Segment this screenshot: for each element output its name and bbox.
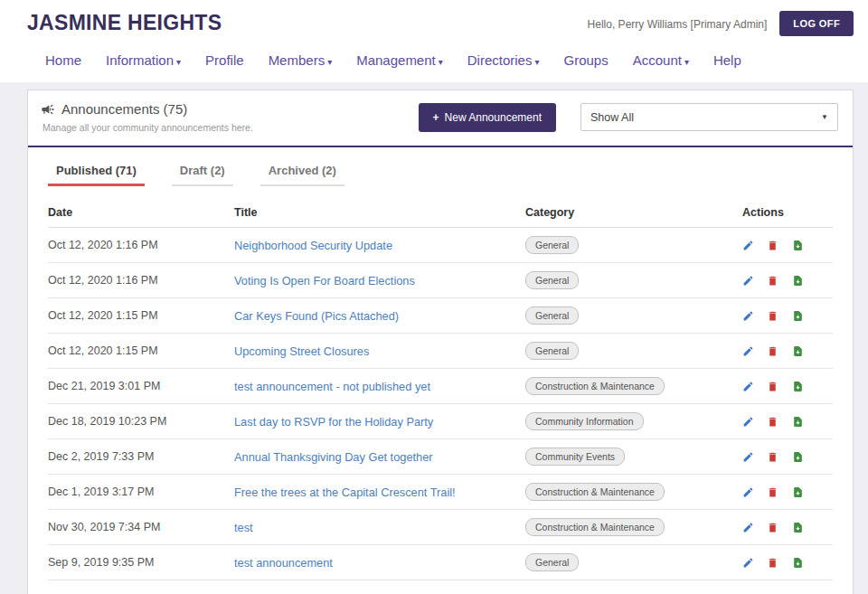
edit-icon[interactable] bbox=[742, 451, 754, 463]
chevron-down-icon: ▾ bbox=[176, 57, 181, 67]
table-header-row: Date Title Category Actions bbox=[48, 199, 833, 228]
filter-selected-value: Show All bbox=[590, 111, 821, 124]
nav-item-account[interactable]: Account▾ bbox=[633, 52, 689, 68]
tab-archived[interactable]: Archived (2) bbox=[260, 164, 344, 186]
nav-item-members[interactable]: Members▾ bbox=[269, 52, 333, 68]
category-badge: Community Events bbox=[525, 448, 625, 466]
chevron-down-icon: ▾ bbox=[684, 57, 689, 67]
delete-icon[interactable] bbox=[767, 240, 778, 251]
category-badge: General bbox=[525, 271, 579, 289]
category-badge: General bbox=[525, 342, 579, 360]
announcement-date: Nov 30, 2019 7:34 PM bbox=[48, 510, 234, 545]
nav-item-information[interactable]: Information▾ bbox=[106, 52, 181, 68]
table-row: Dec 21, 2019 3:01 PM test announcement -… bbox=[48, 369, 833, 404]
table-row: Dec 18, 2019 10:23 PM Last day to RSVP f… bbox=[48, 404, 833, 439]
announcement-title-link[interactable]: Neighborhood Security Update bbox=[234, 239, 392, 252]
delete-icon[interactable] bbox=[767, 557, 778, 569]
delete-icon[interactable] bbox=[767, 522, 778, 533]
announcement-title-link[interactable]: Car Keys Found (Pics Attached) bbox=[234, 309, 399, 323]
category-badge: Construction & Maintenance bbox=[525, 518, 665, 536]
nav-item-label: Groups bbox=[563, 52, 608, 68]
announcement-date: Oct 12, 2020 1:15 PM bbox=[48, 298, 234, 334]
nav-item-label: Management bbox=[356, 52, 436, 68]
nav-item-label: Members bbox=[269, 52, 326, 68]
delete-icon[interactable] bbox=[767, 310, 778, 322]
nav-item-help[interactable]: Help bbox=[713, 52, 741, 68]
announcement-date: Sep 9, 2019 9:35 PM bbox=[48, 545, 234, 580]
file-download-icon[interactable] bbox=[792, 522, 804, 533]
nav-item-label: Home bbox=[45, 52, 81, 68]
delete-icon[interactable] bbox=[767, 345, 778, 357]
announcement-title-link[interactable]: Free the trees at the Capital Crescent T… bbox=[234, 486, 456, 499]
announcement-title-link[interactable]: test announcement - not published yet bbox=[234, 380, 430, 393]
nav-item-label: Directories bbox=[467, 52, 533, 68]
announcement-title-link[interactable]: Voting Is Open For Board Elections bbox=[234, 274, 415, 288]
announcement-title-link[interactable]: test bbox=[234, 521, 253, 534]
chevron-down-icon: ▾ bbox=[439, 57, 443, 67]
tab-draft[interactable]: Draft (2) bbox=[172, 164, 233, 186]
category-badge: General bbox=[525, 306, 579, 325]
edit-icon[interactable] bbox=[742, 240, 754, 251]
filter-select[interactable]: Show All ▼ bbox=[580, 103, 838, 131]
new-announcement-button[interactable]: +New Announcement bbox=[419, 103, 556, 132]
file-download-icon[interactable] bbox=[792, 557, 804, 569]
nav-item-label: Account bbox=[633, 52, 682, 68]
file-download-icon[interactable] bbox=[792, 451, 804, 463]
nav-item-label: Help bbox=[713, 52, 741, 68]
file-download-icon[interactable] bbox=[792, 416, 804, 428]
nav-item-groups[interactable]: Groups bbox=[563, 52, 608, 68]
table-row: Dec 1, 2019 3:17 PM Free the trees at th… bbox=[48, 475, 833, 510]
user-greeting: Hello, Perry Williams [Primary Admin] bbox=[588, 18, 768, 31]
nav-item-label: Information bbox=[106, 52, 174, 68]
edit-icon[interactable] bbox=[742, 522, 754, 533]
file-download-icon[interactable] bbox=[792, 275, 804, 287]
announcements-table-body: Oct 12, 2020 1:16 PM Neighborhood Securi… bbox=[48, 228, 833, 580]
category-badge: General bbox=[525, 553, 579, 571]
announcement-title-link[interactable]: Last day to RSVP for the Holiday Party bbox=[234, 415, 433, 429]
category-badge: Community Information bbox=[525, 412, 644, 430]
announcement-title-link[interactable]: test announcement bbox=[234, 556, 333, 570]
chevron-down-icon: ▾ bbox=[534, 57, 539, 67]
delete-icon[interactable] bbox=[767, 451, 778, 463]
announcement-title-link[interactable]: Upcoming Street Closures bbox=[234, 344, 369, 358]
edit-icon[interactable] bbox=[742, 310, 754, 322]
announcement-title-link[interactable]: Annual Thanksgiving Day Get together bbox=[234, 450, 433, 464]
delete-icon[interactable] bbox=[767, 416, 778, 428]
tab-bar: Published (71) Draft (2) Archived (2) bbox=[28, 147, 853, 186]
table-row: Oct 12, 2020 1:15 PM Upcoming Street Clo… bbox=[48, 334, 833, 369]
edit-icon[interactable] bbox=[742, 416, 754, 428]
category-badge: Construction & Maintenance bbox=[525, 483, 665, 501]
category-badge: Construction & Maintenance bbox=[525, 377, 665, 395]
announcements-table: Date Title Category Actions Oct 12, 2020… bbox=[48, 199, 833, 580]
file-download-icon[interactable] bbox=[792, 310, 804, 322]
column-header-date: Date bbox=[48, 199, 234, 228]
plus-icon: + bbox=[433, 111, 439, 124]
edit-icon[interactable] bbox=[742, 275, 754, 287]
nav-item-label: Profile bbox=[205, 52, 244, 68]
megaphone-icon bbox=[41, 102, 55, 117]
nav-item-profile[interactable]: Profile bbox=[205, 52, 244, 68]
file-download-icon[interactable] bbox=[792, 345, 804, 357]
edit-icon[interactable] bbox=[742, 486, 754, 498]
column-header-actions: Actions bbox=[742, 199, 833, 228]
file-download-icon[interactable] bbox=[792, 486, 804, 498]
page-title: Announcements (75) bbox=[61, 101, 187, 117]
file-download-icon[interactable] bbox=[792, 240, 804, 251]
edit-icon[interactable] bbox=[742, 557, 754, 569]
main-nav: Home Information▾ Profile Members▾ Manag… bbox=[27, 36, 854, 82]
delete-icon[interactable] bbox=[767, 381, 778, 392]
tab-published[interactable]: Published (71) bbox=[48, 164, 145, 186]
file-download-icon[interactable] bbox=[792, 381, 804, 392]
log-off-button[interactable]: LOG OFF bbox=[779, 11, 854, 36]
nav-item-management[interactable]: Management▾ bbox=[356, 52, 443, 68]
edit-icon[interactable] bbox=[742, 345, 754, 357]
column-header-category: Category bbox=[525, 199, 742, 228]
nav-item-directories[interactable]: Directories▾ bbox=[467, 52, 540, 68]
chevron-down-icon: ▼ bbox=[821, 113, 828, 121]
announcement-date: Dec 1, 2019 3:17 PM bbox=[48, 475, 234, 510]
delete-icon[interactable] bbox=[767, 275, 778, 287]
delete-icon[interactable] bbox=[767, 486, 778, 498]
nav-item-home[interactable]: Home bbox=[45, 52, 81, 68]
edit-icon[interactable] bbox=[742, 381, 754, 392]
announcement-date: Dec 2, 2019 7:33 PM bbox=[48, 439, 234, 475]
